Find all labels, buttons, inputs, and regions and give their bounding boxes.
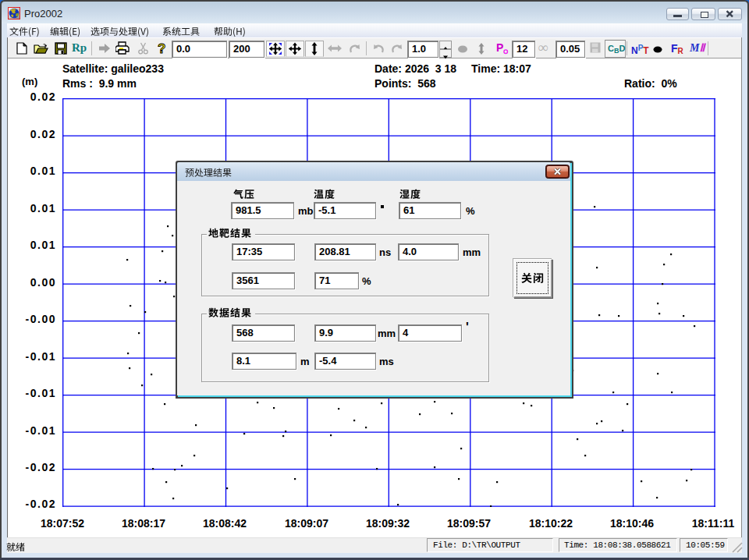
svg-text:?: ?	[158, 41, 165, 55]
